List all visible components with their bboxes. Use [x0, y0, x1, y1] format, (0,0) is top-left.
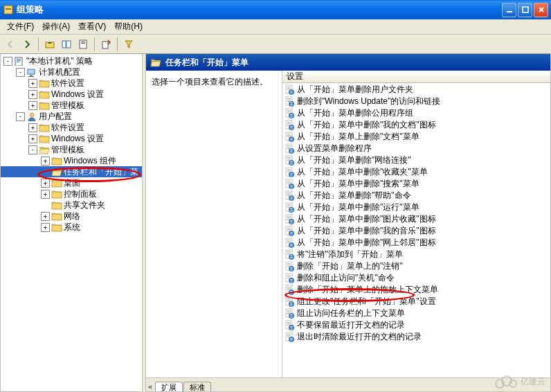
tree-admin-templates-user[interactable]: -管理模板 [1, 144, 142, 155]
menu-view[interactable]: 查看(V) [74, 19, 110, 34]
policy-label: 从「开始」菜单中删除"我的音乐"图标 [297, 225, 436, 237]
tree-label: Windows 设置 [51, 133, 104, 144]
menu-help[interactable]: 帮助(H) [110, 19, 147, 34]
policy-item[interactable]: 阻止更改"任务栏和「开始」菜单"设置 [282, 296, 550, 308]
policy-item[interactable]: 退出时清除最近打开的文档的记录 [282, 331, 550, 343]
tree-software-settings[interactable]: +软件设置 [1, 78, 142, 89]
tree-label: 管理模板 [51, 100, 84, 111]
policy-item[interactable]: 从「开始」菜单上删除"文档"菜单 [282, 131, 550, 143]
menubar: 文件(F) 操作(A) 查看(V) 帮助(H) [0, 19, 551, 35]
policy-item[interactable]: 从「开始」菜单删除"网络连接" [282, 154, 550, 166]
folder-open-icon [51, 167, 62, 177]
policy-list-body[interactable]: 从「开始」菜单删除用户文件夹删除到"Windows Update"的访问和链接从… [282, 83, 550, 377]
policy-label: 不要保留最近打开文档的记录 [297, 319, 405, 331]
policy-item[interactable]: 从「开始」菜单删除公用程序组 [282, 107, 550, 119]
tree-desktop[interactable]: +桌面 [1, 177, 142, 188]
menu-file[interactable]: 文件(F) [3, 19, 38, 34]
policy-item[interactable]: 删除「开始」菜单上的"注销" [282, 260, 550, 272]
properties-button[interactable] [75, 37, 91, 52]
collapse-icon[interactable]: - [16, 68, 25, 77]
policy-item[interactable]: 从「开始」菜单中删除"我的音乐"图标 [282, 225, 550, 237]
tree-control-panel[interactable]: +控制面板 [1, 188, 142, 199]
policy-label: 阻止访问任务栏的上下文菜单 [297, 308, 405, 319]
policy-item[interactable]: 删除到"Windows Update"的访问和链接 [282, 96, 550, 107]
tree-computer-config[interactable]: -计算机配置 [1, 66, 142, 78]
folder-closed-icon [51, 211, 62, 221]
policy-item[interactable]: 从「开始」菜单中删除"网上邻居"图标 [282, 237, 550, 249]
tree-system[interactable]: +系统 [1, 222, 142, 233]
folder-closed-icon [51, 178, 62, 188]
collapse-icon[interactable]: - [16, 112, 25, 121]
policy-item[interactable]: 删除和阻止访问"关机"命令 [282, 272, 550, 284]
policy-label: 从「开始」菜单上删除"文档"菜单 [297, 131, 419, 143]
tab-extended[interactable]: 扩展 [155, 382, 183, 392]
tree-software-settings-user[interactable]: +软件设置 [1, 122, 142, 133]
tree-network[interactable]: +网络 [1, 211, 142, 222]
policy-item[interactable]: 从「开始」菜单删除"帮助"命令 [282, 190, 550, 202]
policy-icon [284, 226, 295, 237]
tree-admin-templates[interactable]: +管理模板 [1, 100, 142, 111]
tree-taskbar-start[interactable]: 任务栏和「开始」菜 [1, 166, 142, 177]
policy-item[interactable]: 从「开始」菜单中删除"我的文档"图标 [282, 119, 550, 131]
tree-pane[interactable]: -"本地计算机" 策略-计算机配置+软件设置+Windows 设置+管理模板-用… [0, 54, 143, 392]
policy-item[interactable]: 阻止访问任务栏的上下文菜单 [282, 308, 550, 319]
policy-item[interactable]: 不要保留最近打开文档的记录 [282, 319, 550, 331]
policy-item[interactable]: 从「开始」菜单删除用户文件夹 [282, 84, 550, 96]
tree-windows-components[interactable]: +Windows 组件 [1, 155, 142, 166]
policy-label: 退出时清除最近打开的文档的记录 [297, 331, 422, 343]
toolbar-separator [38, 37, 39, 51]
policy-icon [284, 120, 295, 131]
expand-icon[interactable]: + [28, 101, 37, 110]
tree-label: 控制面板 [64, 188, 97, 199]
tree-label: 网络 [64, 211, 80, 222]
svg-rect-6 [66, 41, 71, 48]
policy-icon [284, 273, 295, 284]
column-header-setting[interactable]: 设置 [282, 71, 550, 83]
policy-item[interactable]: 从设置菜单删除程序 [282, 143, 550, 154]
tree-root-node[interactable]: -"本地计算机" 策略 [1, 55, 142, 66]
folder-open-icon [39, 145, 50, 154]
svg-rect-2 [507, 11, 512, 12]
tree-windows-settings-user[interactable]: +Windows 设置 [1, 133, 142, 144]
maximize-button[interactable] [518, 3, 532, 17]
policy-item[interactable]: 删除「开始」菜单上的拖放上下文菜单 [282, 284, 550, 296]
expander-spacer [41, 168, 50, 177]
minimize-button[interactable] [502, 3, 516, 17]
collapse-icon[interactable]: - [28, 145, 37, 154]
tree-user-config[interactable]: -用户配置 [1, 111, 142, 122]
expand-icon[interactable]: + [28, 134, 37, 143]
filter-button[interactable] [121, 37, 136, 52]
expand-icon[interactable]: + [41, 223, 50, 232]
show-hide-tree-button[interactable] [59, 37, 74, 52]
expand-icon[interactable]: + [41, 179, 50, 188]
policy-icon [284, 238, 295, 249]
folder-closed-icon [39, 134, 50, 143]
export-button[interactable] [98, 37, 114, 52]
expand-icon[interactable]: + [41, 212, 50, 221]
policy-item[interactable]: 从「开始」菜单中删除"运行"菜单 [282, 202, 550, 213]
expand-icon[interactable]: + [41, 157, 50, 166]
close-button[interactable] [534, 3, 548, 17]
tree-shared-folders[interactable]: 共享文件夹 [1, 199, 142, 211]
policy-item[interactable]: 从「开始」菜单中删除"图片收藏"图标 [282, 213, 550, 225]
policy-item[interactable]: 将"注销"添加到「开始」菜单 [282, 249, 550, 260]
menu-action[interactable]: 操作(A) [38, 19, 74, 34]
expand-icon[interactable]: + [28, 79, 37, 88]
folder-closed-icon [39, 89, 50, 99]
forward-button[interactable] [19, 37, 35, 52]
folder-open-icon [150, 57, 161, 67]
policy-icon [284, 285, 295, 296]
expand-icon[interactable]: + [28, 123, 37, 132]
policy-label: 从设置菜单删除程序 [297, 143, 372, 154]
collapse-icon[interactable]: - [3, 57, 12, 66]
svg-rect-5 [62, 41, 66, 48]
policy-item[interactable]: 从「开始」菜单中删除"收藏夹"菜单 [282, 166, 550, 178]
user-icon-icon [26, 112, 37, 121]
expand-icon[interactable]: + [41, 190, 50, 199]
tree-windows-settings[interactable]: +Windows 设置 [1, 89, 142, 100]
policy-item[interactable]: 从「开始」菜单中删除"搜索"菜单 [282, 178, 550, 190]
tab-standard[interactable]: 标准 [183, 382, 211, 392]
policy-icon [284, 296, 295, 308]
up-folder-button[interactable] [42, 37, 57, 52]
expand-icon[interactable]: + [28, 90, 37, 99]
